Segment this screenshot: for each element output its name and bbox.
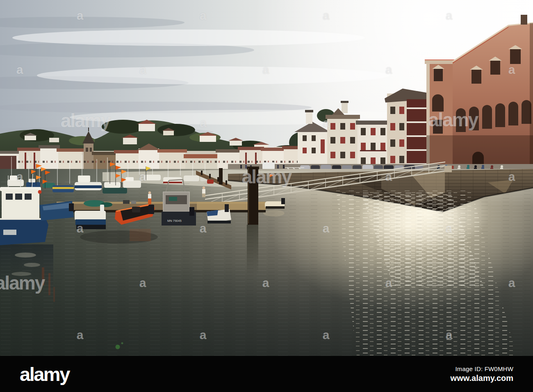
image-id-text: Image ID: FW0MHW [451,365,513,372]
mooring-post [219,168,223,185]
person-on-ramp [202,187,205,197]
dolphin-pile [248,167,258,225]
harbour-scene: MN 79045 [0,0,533,356]
alamy-url-text: www.alamy.com [451,374,513,383]
stock-photo-page: MN 79045 alamyalamyalamyalamyaaaaaaaaaaa… [0,0,533,392]
footer-info: Image ID: FW0MHW www.alamy.com [451,365,513,383]
person-on-pontoon [148,191,151,204]
alamy-footer-bar: alamy Image ID: FW0MHW www.alamy.com [0,356,533,392]
harbour-photo: MN 79045 alamyalamyalamyalamyaaaaaaaaaaa… [0,0,533,356]
boat-registration-text: MN 79045 [167,219,182,223]
alamy-logo: alamy [20,365,69,384]
lens-flare [116,345,120,349]
tall-loggia-house [385,89,431,173]
